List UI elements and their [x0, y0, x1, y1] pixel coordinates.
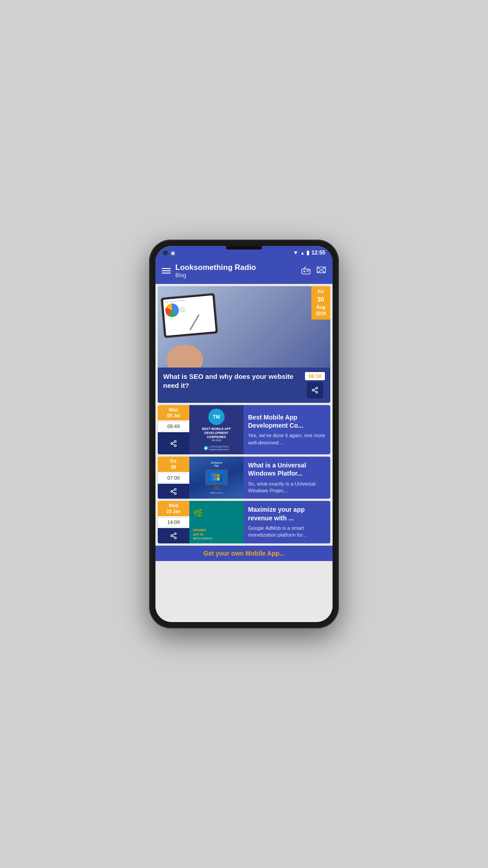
- card-3-thumbnail: UniversPla: [189, 457, 244, 499]
- card-4-content: Maximize your app revenue with ... Googl…: [244, 501, 330, 543]
- battery-icon: ▮: [306, 250, 310, 256]
- card-3-share-button[interactable]: [158, 484, 189, 499]
- card-1-date-badge: Fri 30 Aug 2019: [311, 286, 330, 320]
- svg-point-9: [316, 392, 318, 393]
- svg-line-11: [314, 388, 316, 390]
- status-right-icons: ▼ ▲ ▮ 12:55: [293, 250, 326, 256]
- card-3-day: 08: [160, 464, 188, 470]
- hamburger-line: [162, 270, 171, 271]
- card-1-title: What is SEO and why does your website ne…: [163, 372, 301, 390]
- svg-line-16: [173, 442, 175, 443]
- card-4-share-button[interactable]: [158, 528, 189, 543]
- date-day-name: Fri: [316, 289, 326, 295]
- card-4-plant-decor: 🌿: [193, 505, 203, 528]
- card-2-share-button[interactable]: [158, 432, 189, 454]
- tm-logo: TM: [208, 409, 225, 425]
- header-right: [301, 265, 326, 277]
- card-2-description: Yes, we've done it again; one more well-…: [248, 432, 326, 446]
- card-3-uwp-label: UniversPla: [211, 461, 222, 467]
- card-4-title: Maximize your app revenue with ...: [248, 505, 326, 522]
- tablet-device: Traffic Sources Overview ● Direct ● Sear…: [160, 293, 218, 338]
- date-month: Aug: [316, 304, 326, 311]
- status-left-icons: 🌑 ▣: [163, 250, 175, 255]
- card-2-thumb-year: IN 2019: [211, 439, 221, 442]
- card-1-time: 06:18: [305, 372, 325, 380]
- card-4-google-text: WITH GOOGLE: [193, 537, 212, 540]
- card-2-time: 09:49: [158, 421, 189, 431]
- card-2-content: Best Mobile App Development Co... Yes, w…: [244, 405, 330, 454]
- content-area[interactable]: Traffic Sources Overview ● Direct ● Sear…: [155, 284, 333, 622]
- card-4-maximize-text: MAXIMIZAPP RI: [193, 528, 206, 537]
- card-4-time: 14:09: [158, 517, 189, 527]
- bottom-banner-text: Get your own Mobile App...: [203, 550, 285, 557]
- svg-point-17: [174, 488, 176, 490]
- blog-card-4: Wed 23 Jan 14:09: [158, 501, 330, 543]
- card-3-content: What is a Universal Windows Platfor... S…: [244, 457, 330, 499]
- card-1-image: Traffic Sources Overview ● Direct ● Sear…: [158, 286, 330, 368]
- svg-point-23: [171, 535, 173, 537]
- card-2-thumb-inner: TM BEST MOBILE APPDEVELOPMENTCOMPANIES I…: [189, 405, 244, 454]
- hamburger-line: [162, 273, 171, 274]
- card-3-day-name: Fri: [160, 458, 188, 464]
- blog-card-2: Mon 08 Jul 09:49: [158, 405, 330, 454]
- moon-icon: 🌑: [163, 250, 168, 255]
- card-3-title: What is a Universal Windows Platfor...: [248, 461, 326, 477]
- card-3-description: So, what exactly is a Universal Windows …: [248, 481, 326, 495]
- card-4-day-name: Wed: [160, 503, 188, 509]
- svg-rect-0: [302, 269, 310, 274]
- app-header: Looksomething Radio Blog: [155, 259, 333, 284]
- hamburger-menu-button[interactable]: [162, 268, 171, 274]
- app-title: Looksomething Radio: [175, 263, 256, 272]
- date-day: 30: [316, 295, 326, 304]
- svg-line-21: [173, 490, 175, 491]
- blog-card-3: Fri 08 07:00: [158, 457, 330, 499]
- mail-icon[interactable]: [316, 265, 326, 277]
- phone-shell: 🌑 ▣ ▼ ▲ ▮ 12:55 Looksomething Radio: [149, 240, 339, 628]
- svg-point-7: [316, 387, 318, 389]
- card-3-date: Fri 08: [158, 457, 189, 472]
- wifi-icon: ▼: [293, 250, 299, 256]
- card-4-description: Google AdMob is a smart monetization pla…: [248, 525, 326, 539]
- card-2-day: 08 Jul: [160, 413, 188, 419]
- card-1-share-button[interactable]: [307, 382, 323, 398]
- card-2-day-name: Mon: [160, 407, 188, 413]
- svg-point-8: [312, 389, 314, 391]
- svg-point-14: [174, 444, 176, 446]
- hamburger-line: [162, 268, 171, 269]
- svg-point-18: [171, 491, 173, 492]
- svg-line-20: [173, 492, 175, 493]
- card-4-day: 23 Jan: [160, 509, 188, 514]
- svg-line-25: [173, 536, 175, 538]
- app-subtitle: Blog: [175, 272, 256, 278]
- power-button[interactable]: [338, 307, 339, 332]
- volume-down-button[interactable]: [149, 316, 150, 335]
- svg-point-24: [174, 537, 176, 539]
- radio-icon[interactable]: [301, 265, 311, 277]
- monitor-icon: [205, 469, 228, 485]
- svg-point-12: [174, 440, 176, 442]
- card-4-thumb-inner: 🌿 MAXIMIZAPP RI WITH GOOGLE: [189, 501, 244, 543]
- phone-notch: [226, 246, 262, 250]
- card-1-footer: What is SEO and why does your website ne…: [158, 368, 330, 403]
- date-year: 2019: [316, 311, 326, 317]
- clock: 12:55: [311, 250, 325, 256]
- looksomething-logo: LOOKSOMETHINGtargetedapplications: [204, 443, 230, 451]
- svg-line-26: [173, 534, 175, 535]
- card-3-sub-text: What's so co: [210, 491, 223, 494]
- card-4-left: Wed 23 Jan 14:09: [158, 501, 189, 543]
- bottom-banner[interactable]: Get your own Mobile App...: [155, 546, 333, 561]
- svg-line-15: [173, 444, 175, 445]
- blog-card-1: Traffic Sources Overview ● Direct ● Sear…: [158, 286, 330, 403]
- card-1-actions: 06:18: [305, 372, 325, 398]
- monitor-base: [212, 489, 221, 490]
- sd-card-icon: ▣: [171, 250, 175, 255]
- card-4-date: Wed 23 Jan: [158, 501, 189, 516]
- signal-icon: ▲: [300, 250, 305, 255]
- svg-line-10: [314, 391, 316, 392]
- volume-up-button[interactable]: [149, 294, 150, 312]
- card-2-left: Mon 08 Jul 09:49: [158, 405, 189, 454]
- card-1-bg: Traffic Sources Overview ● Direct ● Sear…: [158, 286, 330, 368]
- card-3-left: Fri 08 07:00: [158, 457, 189, 499]
- card-3-thumb-inner: UniversPla: [189, 457, 244, 499]
- card-2-thumb-text: BEST MOBILE APPDEVELOPMENTCOMPANIES: [202, 427, 231, 439]
